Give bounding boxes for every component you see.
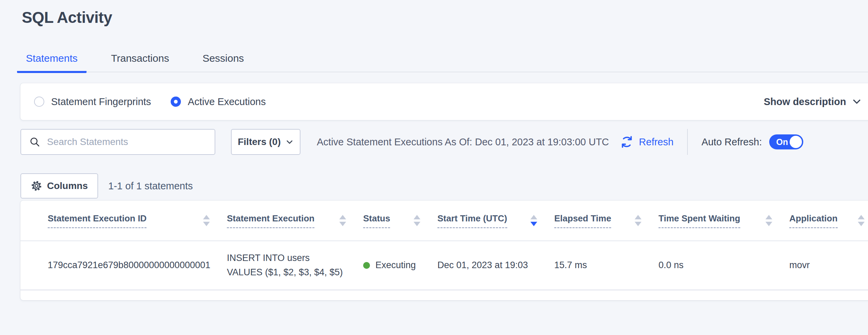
filters-button-label: Filters (0) (238, 136, 281, 147)
cell-execution-id[interactable]: 179cca7921e679b80000000000000001 (20, 241, 227, 290)
toggle-knob-icon[interactable] (790, 136, 802, 148)
column-header-statement-execution: Statement Execution (227, 201, 363, 241)
column-header-label[interactable]: Elapsed Time (554, 213, 611, 228)
vertical-divider (687, 129, 688, 155)
status-executing-dot-icon (363, 262, 370, 269)
cell-status: Executing (363, 241, 437, 290)
refresh-label: Refresh (639, 136, 674, 148)
sort-icon[interactable] (524, 215, 537, 226)
auto-refresh-toggle[interactable]: On (769, 134, 803, 149)
toggle-state-label: On (776, 137, 788, 147)
column-header-label[interactable]: Application (789, 213, 838, 228)
radio-statement-fingerprints[interactable]: Statement Fingerprints (34, 96, 151, 107)
chevron-down-icon (285, 138, 294, 146)
page-title: SQL Activity (22, 8, 112, 27)
statements-table: Statement Execution ID Statement Executi… (20, 201, 868, 290)
search-icon (29, 136, 40, 147)
radio-label: Statement Fingerprints (51, 96, 151, 107)
column-header-label[interactable]: Statement Execution (227, 213, 314, 228)
columns-button-label: Columns (47, 180, 88, 191)
column-header-time-spent-waiting: Time Spent Waiting (658, 201, 789, 241)
show-description-label: Show description (764, 96, 846, 107)
sort-icon[interactable] (196, 215, 210, 226)
column-header-label[interactable]: Status (363, 213, 390, 228)
results-count: 1-1 of 1 statements (108, 180, 193, 192)
view-mode-radio-group: Statement Fingerprints Active Executions (20, 96, 266, 107)
sort-icon[interactable] (759, 215, 772, 226)
cell-application: movr (789, 241, 868, 290)
sql-activity-page: { "page": { "title": "SQL Activity" }, "… (0, 0, 868, 335)
columns-button[interactable]: Columns (20, 173, 98, 199)
filter-toolbar: Filters (0) Active Statement Executions … (20, 129, 868, 155)
column-header-start-time: Start Time (UTC) (437, 201, 554, 241)
statements-table-panel: Statement Execution ID Statement Executi… (20, 201, 868, 300)
search-box[interactable] (20, 129, 215, 155)
gear-icon (31, 180, 42, 192)
table-row: 179cca7921e679b80000000000000001 INSERT … (20, 241, 868, 290)
view-mode-panel: Statement Fingerprints Active Executions… (20, 83, 868, 120)
filters-button[interactable]: Filters (0) (231, 129, 300, 155)
tab-statements[interactable]: Statements (17, 53, 87, 73)
sort-icon[interactable] (851, 215, 865, 226)
column-header-status: Status (363, 201, 437, 241)
results-toolbar: Columns 1-1 of 1 statements (20, 173, 193, 199)
cell-time-spent-waiting: 0.0 ns (658, 241, 789, 290)
column-header-application: Application (789, 201, 868, 241)
column-header-label[interactable]: Start Time (UTC) (437, 213, 507, 228)
tab-sessions[interactable]: Sessions (193, 53, 253, 73)
cell-statement[interactable]: INSERT INTO users VALUES ($1, $2, $3, $4… (227, 241, 363, 290)
radio-circle-icon[interactable] (34, 97, 44, 107)
auto-refresh-label: Auto Refresh: (701, 136, 762, 148)
statement-text: INSERT INTO users VALUES ($1, $2, $3, $4… (227, 251, 346, 280)
radio-label: Active Executions (188, 96, 266, 107)
sort-icon[interactable] (407, 215, 420, 226)
sort-icon[interactable] (332, 215, 346, 226)
sort-icon[interactable] (628, 215, 641, 226)
radio-circle-icon[interactable] (171, 97, 181, 107)
show-description-button[interactable]: Show description (764, 83, 862, 120)
search-input[interactable] (47, 136, 206, 147)
cell-elapsed-time: 15.7 ms (554, 241, 658, 290)
tab-transactions[interactable]: Transactions (102, 53, 178, 73)
chevron-down-icon (852, 97, 862, 107)
radio-active-executions[interactable]: Active Executions (171, 96, 266, 107)
as-of-timestamp: Active Statement Executions As Of: Dec 0… (317, 136, 609, 148)
cell-start-time: Dec 01, 2023 at 19:03 (437, 241, 554, 290)
column-header-label[interactable]: Time Spent Waiting (658, 213, 740, 228)
column-header-elapsed-time: Elapsed Time (554, 201, 658, 241)
tab-bar: Statements Transactions Sessions (17, 50, 868, 72)
table-header-row: Statement Execution ID Statement Executi… (20, 201, 868, 241)
status-label: Executing (375, 258, 416, 273)
refresh-icon (619, 134, 634, 149)
column-header-statement-execution-id: Statement Execution ID (20, 201, 227, 241)
refresh-button[interactable]: Refresh (619, 134, 674, 149)
column-header-label[interactable]: Statement Execution ID (48, 213, 146, 228)
